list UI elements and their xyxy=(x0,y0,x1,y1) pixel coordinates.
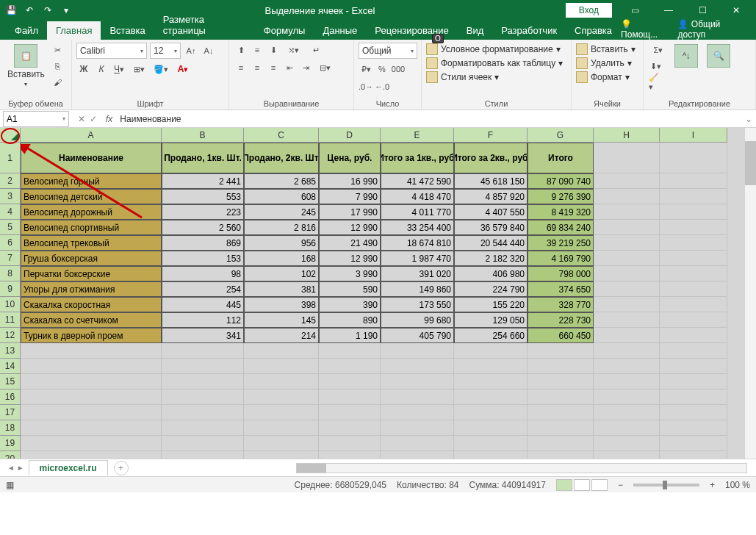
cell[interactable]: 2 816 xyxy=(244,220,319,235)
sheet-nav[interactable]: ◄ ► xyxy=(3,464,29,472)
cell[interactable]: Упоры для отжимания xyxy=(21,281,162,297)
align-center-icon[interactable]: ≡ xyxy=(250,60,264,75)
row-header[interactable]: 3 xyxy=(0,189,21,204)
expand-formula-bar-icon[interactable]: ⌄ xyxy=(741,114,756,124)
row-header[interactable]: 20 xyxy=(0,451,21,459)
column-header[interactable]: C xyxy=(244,128,319,143)
cell[interactable]: 390 xyxy=(319,297,381,312)
cell[interactable] xyxy=(319,451,381,459)
cell[interactable]: 608 xyxy=(244,189,319,204)
cell[interactable] xyxy=(162,343,244,359)
cell[interactable] xyxy=(454,389,528,405)
cell[interactable]: 214 xyxy=(244,328,319,343)
cell[interactable] xyxy=(660,251,727,266)
cell[interactable] xyxy=(454,405,528,420)
cell[interactable]: 374 650 xyxy=(528,281,594,297)
cell[interactable]: 39 219 250 xyxy=(528,235,594,251)
cell[interactable]: 4 011 770 xyxy=(381,204,454,220)
align-right-icon[interactable]: ≡ xyxy=(266,60,281,75)
cell[interactable] xyxy=(660,220,727,235)
align-left-icon[interactable]: ≡ xyxy=(234,60,248,75)
cell[interactable]: Скакалка со счетчиком xyxy=(21,312,162,328)
row-header[interactable]: 6 xyxy=(0,235,21,251)
cell[interactable] xyxy=(319,343,381,359)
row-header[interactable]: 8 xyxy=(0,266,21,281)
sheet-tab[interactable]: microexcel.ru xyxy=(29,460,108,475)
cell[interactable]: 145 xyxy=(244,312,319,328)
cell[interactable] xyxy=(594,189,660,204)
cell[interactable] xyxy=(528,359,594,374)
column-header[interactable]: G xyxy=(528,128,594,143)
row-header[interactable]: 17 xyxy=(0,405,21,420)
cell[interactable]: Наименование xyxy=(21,143,162,173)
cell[interactable]: 173 550 xyxy=(381,297,454,312)
cancel-formula-icon[interactable]: ✕ xyxy=(78,114,85,124)
tab-formulas[interactable]: Формулы xyxy=(255,21,314,40)
font-name-combo[interactable]: Calibri▾ xyxy=(76,43,147,59)
cell[interactable]: 3 990 xyxy=(319,266,381,281)
cell[interactable] xyxy=(162,359,244,374)
cell[interactable] xyxy=(594,405,660,420)
underline-button[interactable]: Ч ▾ xyxy=(112,62,126,76)
cell[interactable]: 228 730 xyxy=(528,312,594,328)
tab-data[interactable]: Данные xyxy=(314,21,366,40)
cell[interactable] xyxy=(528,436,594,451)
row-header[interactable]: 14 xyxy=(0,359,21,374)
cell[interactable]: Велосипед дорожный xyxy=(21,204,162,220)
cell[interactable] xyxy=(454,451,528,459)
bold-button[interactable]: Ж xyxy=(76,62,91,76)
cell[interactable]: 18 674 810 xyxy=(381,235,454,251)
cell[interactable] xyxy=(244,343,319,359)
cell[interactable] xyxy=(21,436,162,451)
row-header[interactable]: 19 xyxy=(0,436,21,451)
cell[interactable]: 33 254 400 xyxy=(381,220,454,235)
cell[interactable] xyxy=(660,266,727,281)
cell[interactable] xyxy=(319,436,381,451)
cell[interactable]: 445 xyxy=(162,297,244,312)
cell[interactable]: 553 xyxy=(162,189,244,204)
cell[interactable] xyxy=(319,359,381,374)
cell[interactable]: 45 618 150 xyxy=(454,173,528,189)
cell[interactable]: 102 xyxy=(244,266,319,281)
cell[interactable]: 153 xyxy=(162,251,244,266)
cell[interactable]: 36 579 840 xyxy=(454,220,528,235)
cell[interactable]: Турник в дверной проем xyxy=(21,328,162,343)
cell[interactable]: 98 xyxy=(162,266,244,281)
cell[interactable] xyxy=(244,436,319,451)
cell[interactable] xyxy=(381,405,454,420)
cell[interactable]: 9 276 390 xyxy=(528,189,594,204)
cell[interactable]: Груша боксерская xyxy=(21,251,162,266)
format-as-table-button[interactable]: Форматировать как таблицу ▾ xyxy=(426,57,563,70)
currency-icon[interactable]: ₽▾ xyxy=(359,62,373,76)
ribbon-options-icon[interactable]: ▭ xyxy=(618,0,652,21)
maximize-icon[interactable]: ☐ xyxy=(685,0,719,21)
cell[interactable] xyxy=(21,420,162,436)
font-size-combo[interactable]: 12▾ xyxy=(150,43,181,59)
cell[interactable] xyxy=(319,374,381,389)
row-header[interactable]: 15 xyxy=(0,374,21,389)
cell[interactable]: Цена, руб. xyxy=(319,143,381,173)
cell[interactable] xyxy=(660,204,727,220)
row-header[interactable]: 2 xyxy=(0,173,21,189)
row-header[interactable]: 10 xyxy=(0,297,21,312)
cell[interactable] xyxy=(162,405,244,420)
tab-home[interactable]: Главная xyxy=(47,21,101,40)
zoom-out-button[interactable]: − xyxy=(618,480,623,490)
row-header[interactable]: 13 xyxy=(0,343,21,359)
align-top-icon[interactable]: ⬆ xyxy=(234,43,248,57)
cell[interactable] xyxy=(660,451,727,459)
cell[interactable]: 149 860 xyxy=(381,281,454,297)
tab-review[interactable]: Рецензирование xyxy=(366,21,457,40)
cell[interactable] xyxy=(244,451,319,459)
row-header[interactable]: 11 xyxy=(0,312,21,328)
cell[interactable]: Велосипед трековый xyxy=(21,235,162,251)
column-header[interactable]: D xyxy=(319,128,381,143)
percent-icon[interactable]: % xyxy=(375,62,389,76)
cell[interactable]: 398 xyxy=(244,297,319,312)
minimize-icon[interactable]: — xyxy=(652,0,685,21)
cell[interactable] xyxy=(528,451,594,459)
cell[interactable] xyxy=(528,405,594,420)
cell[interactable] xyxy=(528,374,594,389)
cell[interactable]: Итого за 2кв., руб. xyxy=(454,143,528,173)
cell[interactable] xyxy=(319,420,381,436)
